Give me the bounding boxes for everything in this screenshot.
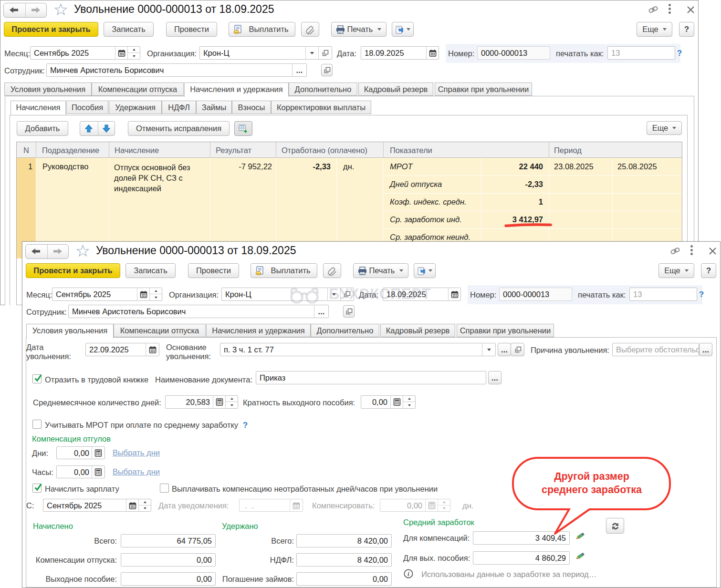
svg-text:i: i — [408, 570, 409, 578]
svg-text:Другой размер: Другой размер — [554, 471, 629, 482]
svg-text:среднего заработка: среднего заработка — [542, 484, 642, 495]
